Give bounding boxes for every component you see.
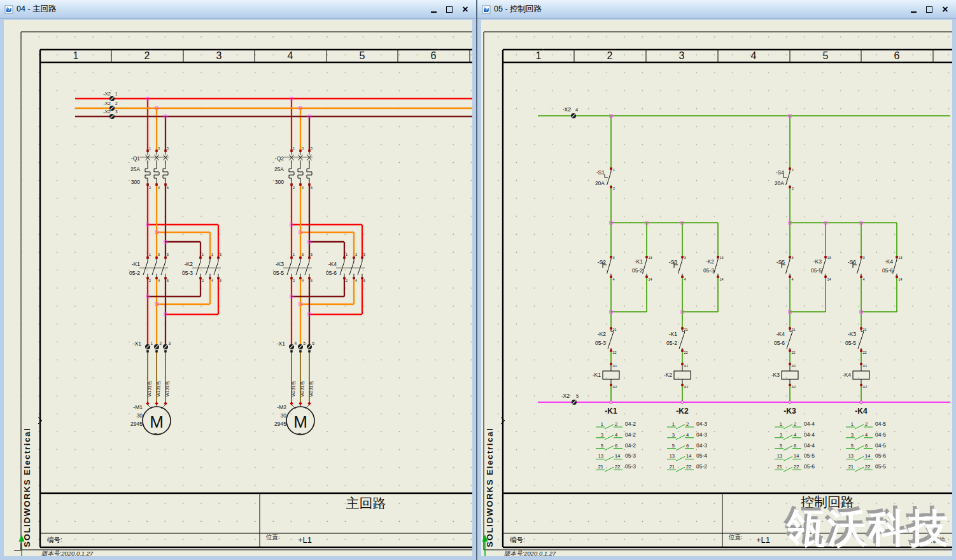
- schematic-main-circuit: 1 2 3 4 5 6 主回路 编号: 位置: +L1 版本号:2020.0.1…: [4, 20, 472, 556]
- svg-text:22: 22: [792, 351, 796, 354]
- svg-text:14: 14: [899, 277, 903, 281]
- minimize-button[interactable]: [909, 5, 918, 14]
- terminal-pin: 4: [575, 107, 578, 113]
- svg-text:5: 5: [167, 253, 169, 256]
- svg-text:6: 6: [167, 279, 169, 283]
- column-header: 2: [144, 50, 150, 61]
- svg-text:4: 4: [302, 279, 304, 283]
- contactor-ref: 05-2: [129, 270, 140, 276]
- column-header: 2: [607, 50, 613, 61]
- coil-link-label: -K2: [676, 407, 689, 416]
- svg-text:21: 21: [598, 464, 603, 470]
- svg-text:22: 22: [684, 351, 688, 354]
- svg-text:-X2: -X2: [103, 101, 111, 106]
- svg-text:2: 2: [865, 421, 868, 427]
- svg-text:2: 2: [346, 279, 348, 283]
- motor-wave: ~: [153, 428, 160, 440]
- svg-text:14: 14: [686, 453, 691, 459]
- no-contact-tag: -K2: [706, 258, 715, 265]
- column-header: 1: [73, 50, 79, 61]
- window-icon: [482, 5, 491, 14]
- column-header: 4: [751, 50, 757, 61]
- titlebar-05[interactable]: 05 - 控制回路 ×: [477, 0, 956, 19]
- coil-link-label: -K3: [784, 407, 796, 416]
- coil-tag: -K3: [771, 372, 780, 378]
- svg-text:5: 5: [220, 253, 221, 256]
- svg-text:14: 14: [720, 277, 724, 281]
- motor-power: 30: [281, 412, 287, 419]
- svg-text:4: 4: [794, 432, 796, 438]
- svg-text:1: 1: [293, 253, 295, 256]
- window-main-circuit[interactable]: 04 - 主回路 × 1 2 3 4 5 6: [0, 0, 476, 560]
- contactor-tag: -K3: [276, 261, 285, 267]
- svg-text:3: 3: [792, 256, 794, 260]
- terminal-strip-tag: -X1: [133, 340, 142, 347]
- svg-text:2: 2: [293, 186, 295, 190]
- svg-text:2: 2: [613, 186, 615, 190]
- motor-speed: 2945: [274, 421, 286, 427]
- window-control-circuit[interactable]: 05 - 控制回路 × 1 2 3 4 5 6: [477, 0, 956, 560]
- svg-text:1: 1: [672, 421, 675, 427]
- nc-contact-tag: -K4: [777, 331, 785, 337]
- svg-text:21: 21: [613, 328, 617, 332]
- svg-text:3: 3: [158, 146, 160, 150]
- column-header: 3: [216, 50, 222, 61]
- svg-text:5: 5: [304, 341, 306, 346]
- svg-text:2: 2: [686, 421, 689, 427]
- coil-tag: -K2: [664, 372, 673, 378]
- svg-text:13: 13: [848, 453, 854, 459]
- svg-text:05-2: 05-2: [696, 463, 707, 470]
- terminal-pin: 5: [576, 393, 579, 399]
- motor-power: 30: [137, 412, 143, 419]
- terminal-tag: -X2: [561, 393, 570, 399]
- titlebar-04[interactable]: 04 - 主回路 ×: [0, 0, 476, 19]
- column-header: 5: [360, 50, 365, 61]
- svg-text:A2: A2: [792, 385, 796, 389]
- svg-text:W2;红色: W2;红色: [309, 381, 313, 396]
- maximize-button[interactable]: [925, 5, 934, 14]
- minimize-button[interactable]: [429, 5, 438, 14]
- svg-text:W1;红色: W1;红色: [156, 381, 160, 396]
- maximize-button[interactable]: [445, 5, 454, 14]
- svg-text:5: 5: [167, 146, 169, 150]
- no-contact-tag: -K3: [813, 258, 822, 265]
- sheet-title: 控制回路: [801, 494, 854, 509]
- svg-text:6: 6: [865, 443, 868, 449]
- svg-text:4: 4: [295, 341, 297, 346]
- drawing-canvas-04[interactable]: 1 2 3 4 5 6 主回路 编号: 位置: +L1 版本号:2020.0.1…: [4, 20, 472, 556]
- svg-text:2: 2: [202, 279, 204, 283]
- window-title: 04 - 主回路: [17, 4, 429, 15]
- contactor-tag: -K4: [328, 261, 337, 267]
- svg-text:4: 4: [865, 432, 868, 438]
- close-button[interactable]: ×: [461, 5, 470, 14]
- svg-text:A1: A1: [684, 364, 689, 368]
- svg-text:1: 1: [151, 341, 153, 346]
- svg-text:14: 14: [794, 453, 799, 459]
- svg-text:3: 3: [302, 253, 304, 256]
- svg-text:6: 6: [220, 279, 221, 283]
- nc-contact-tag: -K2: [598, 331, 607, 337]
- breaker-rating: 25A: [130, 166, 140, 172]
- motor-speed: 2945: [130, 421, 143, 427]
- svg-text:A1: A1: [613, 364, 617, 368]
- coil-tag: -K4: [843, 372, 852, 378]
- svg-text:A2: A2: [684, 385, 689, 389]
- svg-text:1: 1: [115, 92, 118, 96]
- drawing-canvas-05[interactable]: 1 2 3 4 5 6 控制回路 编号: 位置: +L1 版本号:2020.0.…: [481, 20, 952, 556]
- svg-text:04-3: 04-3: [696, 421, 707, 427]
- svg-text:3: 3: [355, 253, 357, 256]
- svg-text:05-6: 05-6: [875, 452, 886, 459]
- svg-text:6: 6: [167, 186, 169, 190]
- svg-text:4: 4: [302, 186, 304, 190]
- nc-contact-ref: 05-6: [774, 340, 785, 346]
- nc-contact-ref: 05-5: [845, 340, 856, 346]
- close-button[interactable]: ×: [941, 5, 950, 14]
- svg-text:1: 1: [851, 421, 854, 427]
- no-contact-tag: -K4: [885, 258, 894, 265]
- location-label: 位置:: [728, 533, 743, 540]
- contactor-ref: 05-6: [326, 270, 337, 276]
- terminal-strip-tag: -X1: [277, 340, 286, 347]
- column-header: 6: [431, 50, 437, 61]
- svg-text:3: 3: [780, 432, 782, 438]
- svg-text:3: 3: [211, 253, 213, 256]
